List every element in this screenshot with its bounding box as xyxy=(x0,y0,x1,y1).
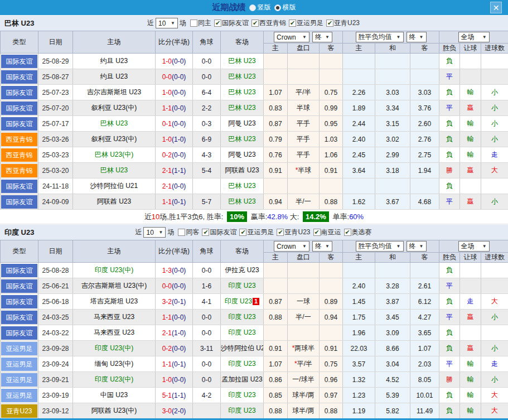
avg-odds-select-value: 胜平负均值 xyxy=(359,32,392,42)
avg-stage-select[interactable]: 终▼ xyxy=(407,32,427,42)
bookmaker-select[interactable]: Crown▼ xyxy=(274,241,309,252)
league-filter-4[interactable]: ✔奥选赛 xyxy=(344,228,373,237)
fulltime-score: 1-0 xyxy=(162,136,172,143)
away-team-name: 印度 U23 xyxy=(228,329,255,336)
match-type-cell: 国际友谊 xyxy=(1,278,38,294)
halftime-score: (0-0) xyxy=(172,120,186,128)
match-date: 25-08-28 xyxy=(38,263,73,278)
red-card-badge: 1 xyxy=(253,298,259,305)
scope-select[interactable]: 全场▼ xyxy=(458,241,490,252)
avg-away-odds xyxy=(410,69,439,85)
same-venue-checkbox-icon[interactable] xyxy=(178,229,185,236)
result-cell: 平 xyxy=(439,100,460,116)
score-cell: 1-0(1-0) xyxy=(156,132,193,147)
match-date: 25-08-29 xyxy=(38,54,73,69)
avg-away-odds xyxy=(410,54,439,69)
handicap-result-cell: 輸 xyxy=(460,372,481,388)
league-filter-0-checkbox-icon[interactable]: ✔ xyxy=(214,20,221,27)
odds-stage-select[interactable]: 终▼ xyxy=(312,32,332,42)
layout-radio-horizontal[interactable]: 横版 xyxy=(274,3,296,12)
league-filter-1-checkbox-icon[interactable]: ✔ xyxy=(239,229,246,236)
radio-vertical-icon[interactable] xyxy=(249,4,256,11)
match-type-cell: 亚运男足 xyxy=(1,388,38,403)
avg-odds-select[interactable]: 胜平负均值▼ xyxy=(356,241,404,252)
layout-radio-vertical[interactable]: 竖版 xyxy=(249,3,271,12)
handicap-star: * xyxy=(292,344,295,352)
match-count-select[interactable]: 10▼ xyxy=(143,227,166,238)
corner-cell xyxy=(193,403,221,419)
avg-odds-select[interactable]: 胜平负均值▼ xyxy=(356,32,404,42)
avg-draw-odds: 8.66 xyxy=(375,341,410,356)
avg-home-odds: 1.62 xyxy=(343,194,375,210)
subcol-header: 客 xyxy=(320,253,343,263)
close-icon[interactable]: ✕ xyxy=(490,2,502,13)
league-filter-2-checkbox-icon[interactable]: ✔ xyxy=(289,20,296,27)
fulltime-score: 2-1 xyxy=(162,329,172,337)
goals-result-cell: 小 xyxy=(481,85,508,100)
same-venue[interactable]: 同主 xyxy=(190,18,212,28)
odds-stage-select[interactable]: 终▼ xyxy=(312,241,332,252)
goals-result-cell xyxy=(481,325,508,341)
goals-result-cell: 小 xyxy=(481,100,508,116)
same-venue-checkbox-icon[interactable] xyxy=(190,20,197,27)
home-team-name: 沙特阿拉伯 U21 xyxy=(90,182,138,190)
match-row: 国际友谊25-08-27约旦 U230-0(0-0)0-0巴林 U23平 xyxy=(1,69,508,85)
league-filter-2[interactable]: ✔亚运男足 xyxy=(289,18,325,28)
league-filter-2[interactable]: ✔亚青U23 xyxy=(277,228,311,237)
away-team-name: 巴林 U23 xyxy=(228,88,255,96)
halftime-score: (1-0) xyxy=(172,329,186,337)
league-filter-4-checkbox-icon[interactable]: ✔ xyxy=(344,229,351,236)
odds-home xyxy=(264,54,288,69)
league-filter-3-label: 亚青U23 xyxy=(334,18,360,28)
league-filter-1[interactable]: ✔西亚青锦 xyxy=(251,18,287,28)
league-filter-3[interactable]: ✔亚青U23 xyxy=(326,18,361,28)
league-filter-0-checkbox-icon[interactable]: ✔ xyxy=(202,229,209,236)
league-filter-3[interactable]: ✔南亚运 xyxy=(313,228,342,237)
match-count-select[interactable]: 10▼ xyxy=(156,18,178,28)
scope-select[interactable]: 全场▼ xyxy=(458,32,490,42)
match-row: 国际友谊25-06-18塔吉克斯坦 U233-2(0-1)4-1印度 U2310… xyxy=(1,294,508,310)
radio-horizontal-icon[interactable] xyxy=(274,4,281,11)
radio-vertical-label: 竖版 xyxy=(258,3,271,12)
home-team: 马来西亚 U23 xyxy=(73,325,156,341)
away-team-name: 印度 U23 xyxy=(225,297,252,305)
avg-stage-select[interactable]: 终▼ xyxy=(407,241,427,252)
odds-home: 0.76 xyxy=(264,147,288,163)
league-filter-0[interactable]: ✔国际友谊 xyxy=(214,18,250,28)
handicap-line: 一球 xyxy=(288,294,320,310)
match-date: 23-09-12 xyxy=(38,403,73,419)
avg-home-odds xyxy=(343,54,375,69)
avg-away-odds xyxy=(410,178,439,194)
home-team: 巴林 U23 xyxy=(73,116,156,132)
league-filter-3-label: 南亚运 xyxy=(321,228,341,237)
result-cell: 平 xyxy=(439,310,460,325)
league-filter-1[interactable]: ✔亚运男足 xyxy=(239,228,275,237)
league-filter-3-checkbox-icon[interactable]: ✔ xyxy=(313,229,321,236)
handicap-line: 一/球半 xyxy=(288,372,320,388)
handicap-result-cell: 贏 xyxy=(460,341,481,356)
home-team-name: 吉尔吉斯斯坦 U23(中) xyxy=(81,282,147,289)
match-type-badge: 国际友谊 xyxy=(1,295,37,308)
header-group-row: 类型日期主场比分(半场)角球客场Crown▼终▼胜平负均值▼终▼全场▼ xyxy=(1,31,508,44)
avg-away-odds: 2.03 xyxy=(410,356,439,372)
same-venue[interactable]: 同客 xyxy=(178,228,200,237)
halftime-score: (0-0) xyxy=(172,282,186,290)
league-filter-2-checkbox-icon[interactable]: ✔ xyxy=(277,229,284,236)
match-type-cell: 亚运男足 xyxy=(1,341,38,356)
home-team-name: 塔吉克斯坦 U23 xyxy=(90,297,138,305)
home-team: 阿联酋 U23(中) xyxy=(73,403,156,419)
away-team: 印度 U23 xyxy=(221,325,264,341)
avg-draw-odds: 2.99 xyxy=(375,147,410,163)
corner-cell: 0-0 xyxy=(193,310,221,325)
league-filter-1-checkbox-icon[interactable]: ✔ xyxy=(251,20,259,27)
league-filter-3-checkbox-icon[interactable]: ✔ xyxy=(326,20,333,27)
home-team-name: 约旦 U23 xyxy=(100,57,128,65)
league-filter-0[interactable]: ✔国际友谊 xyxy=(202,228,238,237)
home-team-name: 叙利亚 U23(中) xyxy=(91,104,137,112)
bookmaker-select[interactable]: Crown▼ xyxy=(274,32,309,42)
avg-away-odds: 3.65 xyxy=(410,325,439,341)
avg-away-odds: 2.60 xyxy=(410,116,439,132)
handicap-result-cell: 輸 xyxy=(460,403,481,419)
corner-cell xyxy=(193,178,221,194)
result-cell: 平 xyxy=(439,194,460,210)
